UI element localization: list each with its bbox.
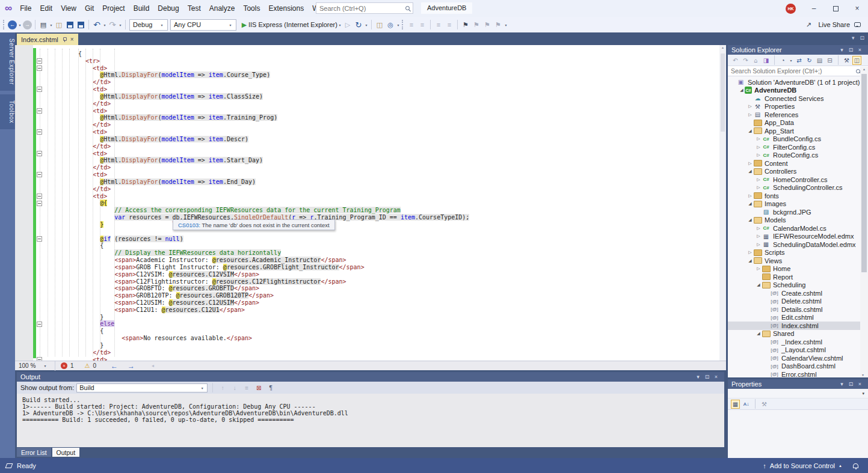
code-line[interactable]: // Access the corresponding IEFWResource… (78, 207, 469, 214)
start-without-debugging-button[interactable]: ▷ (342, 19, 353, 30)
tree-item[interactable]: App_Data (728, 119, 868, 127)
outline-collapse-box[interactable] (37, 194, 42, 199)
error-icon[interactable]: × (61, 362, 67, 369)
navigate-backward-icon[interactable]: ← (111, 362, 118, 370)
open-file-button[interactable]: ◫ (54, 19, 64, 30)
switch-views-icon[interactable]: ◨ (762, 56, 771, 65)
code-line[interactable]: @Html.DisplayFor(modelItem => item.End_D… (78, 179, 469, 186)
toggle-word-wrap-icon[interactable]: ¶ (266, 385, 275, 391)
code-text-area[interactable]: { <tr> <td> @Html.DisplayFor(modelItem =… (46, 50, 469, 361)
navigate-back-dropdown-icon[interactable]: ▾ (17, 23, 22, 27)
code-line[interactable]: <td> (78, 129, 469, 136)
solution-configuration-select[interactable]: Debug ▾ (129, 19, 168, 31)
menu-item-file[interactable]: File (16, 0, 35, 17)
code-line[interactable]: <td> (78, 193, 469, 200)
expander-closed-icon[interactable]: ▷ (756, 242, 762, 247)
tree-item[interactable]: _Layout.cshtml (728, 346, 868, 355)
outline-collapse-box[interactable] (37, 87, 42, 92)
save-all-button[interactable] (75, 19, 86, 30)
properties-wrench-icon[interactable]: ⚒ (842, 56, 851, 65)
uncomment-button[interactable]: ≡ (444, 19, 455, 30)
code-line[interactable]: <td> (78, 150, 469, 157)
document-well-float-icon[interactable]: ⊡ (860, 35, 864, 41)
code-line[interactable]: </td> (78, 186, 469, 193)
output-log[interactable]: Build started...1>------ Build started: … (17, 394, 724, 447)
redo-button[interactable]: ↷ (107, 19, 118, 30)
toolbar-grip[interactable] (3, 20, 5, 29)
code-line[interactable]: @Html.DisplayFor(modelItem => item.Class… (78, 93, 469, 100)
menu-item-extensions[interactable]: Extensions (264, 0, 308, 17)
expander-closed-icon[interactable]: ▷ (756, 145, 762, 150)
solution-explorer-scrollbar[interactable]: ▴ ▾ (860, 67, 868, 377)
back-icon[interactable]: ↶ (731, 56, 740, 65)
code-line[interactable]: // Display the IEFWResources data horizo… (78, 249, 469, 257)
browse-with-button[interactable]: ◫ (374, 19, 385, 30)
code-line[interactable]: @{ (78, 200, 469, 207)
outline-collapse-box[interactable] (37, 108, 42, 114)
code-line[interactable]: </td> (78, 79, 469, 86)
toolbar-grip[interactable] (402, 20, 404, 29)
tree-item[interactable]: ▷fonts (728, 192, 868, 200)
clear-all-icon[interactable]: ⊠ (254, 385, 263, 391)
properties-object-select[interactable]: ▾ (728, 389, 868, 398)
tree-item[interactable]: ▷SchedulingController.cs (728, 184, 868, 192)
tree-item[interactable]: Index.cshtml (728, 322, 868, 330)
zoom-level-select[interactable]: 100 % ▾ (17, 362, 49, 369)
code-line[interactable]: <td> (78, 356, 469, 361)
tree-item[interactable]: ▷Properties (728, 103, 868, 111)
code-line[interactable]: <td> (78, 108, 469, 115)
code-line[interactable]: <span>GROBFTD: @resources.GROBFTD</span> (78, 285, 469, 292)
tree-item[interactable]: Connected Services (728, 94, 868, 103)
toolbar-overflow-icon[interactable]: ▾ (503, 23, 508, 27)
code-line[interactable]: @Html.DisplayFor(modelItem => item.Descr… (78, 136, 469, 143)
close-button[interactable]: × (846, 0, 868, 17)
expander-open-icon[interactable]: ◢ (747, 169, 753, 174)
add-to-source-control-button[interactable]: Add to Source Control (770, 462, 835, 469)
pin-icon[interactable] (62, 37, 67, 42)
code-line[interactable]: <span>C12USIM: @resources.C12USIM</span> (78, 299, 469, 307)
expander-closed-icon[interactable]: ▷ (756, 153, 762, 157)
clear-bookmarks-button[interactable]: ⚑ (493, 19, 503, 30)
quick-search-box[interactable] (316, 2, 413, 14)
document-tab-index-cshtml[interactable]: Index.cshtml × (17, 34, 78, 45)
code-line[interactable]: <span>GROB120TP: @resources.GROB120TP</s… (78, 292, 469, 299)
categorized-view-toggle[interactable]: ▦ (731, 400, 740, 409)
tree-item[interactable]: ◢App_Start (728, 127, 868, 135)
code-line[interactable]: { (78, 242, 469, 249)
show-all-files-toggle[interactable]: ◫ (852, 56, 861, 65)
close-tab-icon[interactable]: × (70, 36, 74, 43)
restore-button[interactable] (825, 0, 846, 17)
refresh-dropdown-icon[interactable]: ▾ (364, 23, 369, 27)
pending-changes-filter-icon[interactable]: ◔ (778, 56, 787, 65)
scrollbar-thumb[interactable] (861, 74, 867, 272)
forward-icon[interactable]: ↷ (741, 56, 750, 65)
tree-item[interactable]: ◢Views (728, 257, 868, 265)
property-pages-wrench-icon[interactable]: ⚒ (760, 400, 769, 409)
code-line[interactable]: <span>No resources available.</span> (78, 335, 469, 342)
start-debugging-button[interactable]: ▶ IIS Express (Internet Explorer) ▾ (240, 19, 342, 30)
code-line[interactable]: @Html.DisplayFor(modelItem => item.Cours… (78, 72, 469, 79)
tree-item[interactable]: Solution 'AdventureDB' (1 of 1 project) (728, 78, 868, 87)
code-line[interactable]: </td> (78, 349, 469, 356)
prev-bookmark-button[interactable]: ⚑ (471, 19, 482, 30)
window-position-icon[interactable]: ▾ (694, 374, 703, 380)
menu-item-test[interactable]: Test (183, 0, 205, 17)
tree-item[interactable]: ▷HomeController.cs (728, 175, 868, 184)
expander-closed-icon[interactable]: ▷ (756, 185, 762, 190)
send-feedback-icon[interactable] (854, 22, 861, 27)
expander-open-icon[interactable]: ◢ (739, 88, 745, 93)
collapse-all-icon[interactable]: ⊟ (825, 56, 834, 65)
tree-item[interactable]: ◢Scheduling (728, 281, 868, 290)
user-avatar[interactable]: HK (786, 4, 796, 14)
tree-item[interactable]: CalendarView.cshtml (728, 354, 868, 362)
expander-open-icon[interactable]: ◢ (756, 331, 762, 336)
tree-item[interactable]: Delete.cshtml (728, 298, 868, 306)
outline-collapse-box[interactable] (37, 322, 42, 327)
expander-closed-icon[interactable]: ▷ (747, 161, 753, 166)
indent-decrease-icon[interactable]: ≡ (406, 19, 417, 30)
expander-open-icon[interactable]: ◢ (747, 258, 753, 263)
expander-open-icon[interactable]: ◢ (747, 129, 753, 133)
scroll-up-icon[interactable]: ▴ (863, 67, 865, 71)
solution-platform-select[interactable]: Any CPU ▾ (170, 19, 236, 31)
tab-output[interactable]: Output (52, 448, 80, 457)
